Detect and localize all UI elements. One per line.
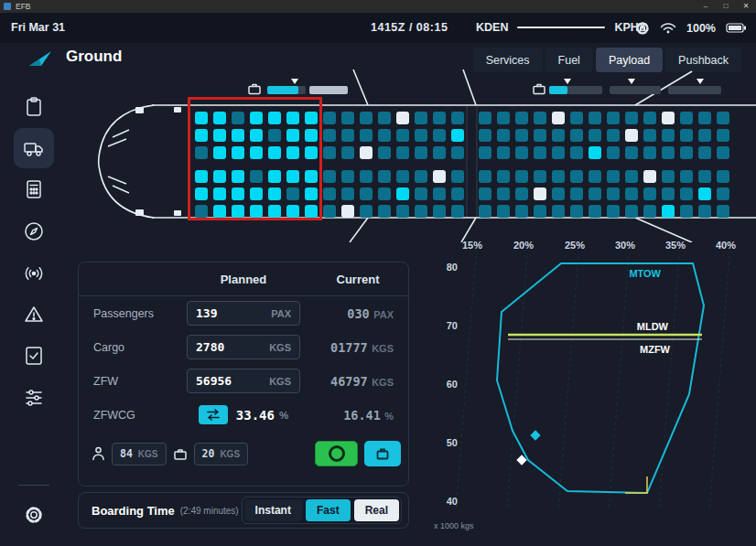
seat[interactable]	[305, 112, 318, 124]
seat[interactable]	[195, 187, 208, 200]
seat[interactable]	[396, 205, 409, 218]
seat[interactable]	[643, 187, 656, 200]
seat[interactable]	[698, 129, 711, 142]
seat[interactable]	[497, 129, 510, 142]
seat[interactable]	[680, 187, 693, 200]
seat[interactable]	[250, 170, 263, 183]
seat[interactable]	[305, 170, 318, 183]
seat[interactable]	[534, 146, 546, 159]
cargo-bar-aft-container[interactable]	[549, 86, 602, 94]
seat[interactable]	[341, 170, 354, 183]
seat[interactable]	[286, 129, 299, 142]
seat[interactable]	[232, 146, 244, 159]
seat[interactable]	[451, 146, 464, 159]
tab-services[interactable]: Services	[473, 48, 543, 72]
seat[interactable]	[497, 170, 510, 183]
seat[interactable]	[360, 112, 373, 124]
seat[interactable]	[250, 205, 263, 218]
seat[interactable]	[515, 205, 528, 218]
pax-weight-input[interactable]: 84 KGS	[112, 443, 167, 466]
seat[interactable]	[534, 170, 546, 183]
seat[interactable]	[415, 129, 427, 142]
seat[interactable]	[378, 170, 391, 183]
seat[interactable]	[717, 170, 729, 183]
seat[interactable]	[378, 146, 391, 159]
seat[interactable]	[286, 187, 299, 200]
sidebar-item-ground[interactable]	[14, 128, 54, 168]
seat[interactable]	[341, 112, 354, 124]
seat[interactable]	[607, 146, 620, 159]
seat[interactable]	[323, 205, 336, 218]
seat[interactable]	[250, 187, 263, 200]
seat[interactable]	[662, 170, 675, 183]
seat[interactable]	[268, 129, 281, 142]
seat[interactable]	[497, 146, 510, 159]
sidebar-item-settings[interactable]	[14, 495, 54, 535]
seat[interactable]	[570, 112, 583, 124]
tab-payload[interactable]: Payload	[596, 48, 663, 72]
seat[interactable]	[213, 129, 226, 142]
sidebar-item-atc[interactable]	[14, 253, 54, 294]
seat[interactable]	[717, 112, 729, 124]
seat[interactable]	[625, 187, 638, 200]
seat[interactable]	[415, 170, 427, 183]
start-boarding-button[interactable]	[315, 441, 358, 466]
seat[interactable]	[589, 129, 601, 142]
seat[interactable]	[323, 112, 336, 124]
seat[interactable]	[213, 205, 226, 218]
seat[interactable]	[680, 170, 693, 183]
seat[interactable]	[195, 205, 208, 218]
seat[interactable]	[534, 187, 546, 200]
sidebar-item-failures[interactable]	[14, 294, 54, 335]
seat[interactable]	[195, 112, 208, 124]
seat[interactable]	[534, 112, 546, 124]
seat[interactable]	[625, 146, 638, 159]
seat[interactable]	[515, 112, 528, 124]
seat[interactable]	[552, 187, 565, 200]
seat[interactable]	[396, 170, 409, 183]
seat[interactable]	[415, 146, 427, 159]
seat[interactable]	[552, 170, 565, 183]
seat[interactable]	[396, 146, 409, 159]
seat[interactable]	[570, 187, 583, 200]
seat[interactable]	[213, 146, 226, 159]
seat[interactable]	[250, 129, 263, 142]
seat[interactable]	[433, 112, 446, 124]
seat[interactable]	[232, 129, 244, 142]
seat[interactable]	[680, 205, 693, 218]
seat[interactable]	[305, 146, 318, 159]
seat[interactable]	[195, 129, 208, 142]
boarding-option-real[interactable]: Real	[354, 499, 399, 521]
seat[interactable]	[698, 146, 711, 159]
seat[interactable]	[341, 205, 354, 218]
seat[interactable]	[433, 205, 446, 218]
seat[interactable]	[305, 205, 318, 218]
seat[interactable]	[607, 129, 620, 142]
seat[interactable]	[662, 205, 675, 218]
seat[interactable]	[195, 146, 208, 159]
seat[interactable]	[360, 205, 373, 218]
seat[interactable]	[479, 129, 491, 142]
seat[interactable]	[717, 205, 729, 218]
seat[interactable]	[698, 187, 711, 200]
seat[interactable]	[378, 129, 391, 142]
seat[interactable]	[451, 187, 464, 200]
seat[interactable]	[643, 112, 656, 124]
seat[interactable]	[232, 112, 244, 124]
seat[interactable]	[451, 112, 464, 124]
seat[interactable]	[286, 112, 299, 124]
seat[interactable]	[268, 205, 281, 218]
seat[interactable]	[570, 129, 583, 142]
seat[interactable]	[360, 146, 373, 159]
seat[interactable]	[589, 112, 601, 124]
seat[interactable]	[396, 112, 409, 124]
seat[interactable]	[570, 205, 583, 218]
seat[interactable]	[305, 129, 318, 142]
seat[interactable]	[378, 112, 391, 124]
seat[interactable]	[552, 112, 565, 124]
seat[interactable]	[643, 129, 656, 142]
seat[interactable]	[286, 205, 299, 218]
seat[interactable]	[286, 146, 299, 159]
seat[interactable]	[378, 187, 391, 200]
seat[interactable]	[250, 112, 263, 124]
